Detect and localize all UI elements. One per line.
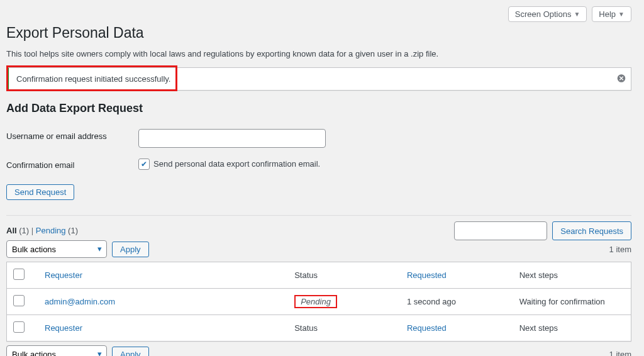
col-requester-foot[interactable]: Requester [38,315,288,342]
form-heading: Add Data Export Request [6,102,631,115]
filter-separator: | [31,226,36,235]
col-requested-foot[interactable]: Requested [401,315,513,342]
select-all-bottom[interactable] [13,321,25,333]
filter-pending-count: (1) [68,226,78,235]
bulk-action-select-bottom[interactable]: Bulk actions [6,345,107,356]
page-description: This tool helps site owners comply with … [6,49,631,58]
col-requested[interactable]: Requested [401,262,513,289]
confirmation-checkbox-wrap[interactable]: ✔ Send personal data export confirmation… [138,159,320,170]
select-all-footer [7,315,39,342]
col-status: Status [288,262,401,289]
col-status-foot: Status [288,315,401,342]
search-box: Search Requests [454,221,631,240]
confirmation-label: Confirmation email [6,154,138,176]
filter-all-label[interactable]: All [6,226,17,235]
item-count-bottom: 1 item [609,350,631,357]
help-label: Help [599,9,616,19]
row-status-cell: Pending [288,289,401,315]
export-form: Username or email address Confirmation e… [6,125,326,176]
filter-all-count: (1) [19,226,29,235]
bulk-select-wrap-bottom: Bulk actions [6,345,107,356]
tablenav-bottom: Bulk actions Apply 1 item [6,345,631,356]
tablenav-top: Bulk actions Apply 1 item [6,240,631,258]
requests-table: Requester Status Requested Next steps ad… [6,262,631,342]
col-requester[interactable]: Requester [38,262,288,289]
select-all-header [7,262,39,289]
col-next-steps-foot: Next steps [513,315,631,342]
search-input[interactable] [454,221,547,240]
username-label: Username or email address [6,125,138,154]
notice-text: Confirmation request initiated successfu… [16,74,170,84]
status-badge: Pending [294,295,337,308]
bulk-apply-top[interactable]: Apply [112,242,149,257]
confirmation-checkbox[interactable]: ✔ [138,159,150,170]
row-check-cell [7,289,39,315]
send-request-button[interactable]: Send Request [6,184,74,200]
close-icon[interactable] [617,74,626,84]
chevron-down-icon: ▼ [618,11,625,18]
divider [6,215,631,216]
item-count-top: 1 item [609,245,631,254]
bulk-select-wrap: Bulk actions [6,240,107,258]
row-nextsteps-cell: Waiting for confirmation [513,289,631,315]
username-input[interactable] [138,129,326,148]
bulk-actions-bottom: Bulk actions Apply [6,345,149,356]
screen-options-button[interactable]: Screen Options ▼ [508,6,587,22]
row-requested-cell: 1 second ago [401,289,513,315]
select-all-top[interactable] [13,269,25,280]
bulk-apply-bottom[interactable]: Apply [112,347,149,357]
page-title: Export Personal Data [6,25,631,42]
dismiss-svg [617,74,626,82]
requester-link[interactable]: admin@admin.com [45,297,115,306]
row-requester-cell: admin@admin.com [38,289,288,315]
chevron-down-icon: ▼ [574,11,580,18]
filter-pending-label: Pending [36,226,66,235]
table-header-row: Requester Status Requested Next steps [7,262,631,289]
row-checkbox[interactable] [13,295,25,306]
bulk-action-select-top[interactable]: Bulk actions [6,240,107,258]
confirmation-checkbox-label: Send personal data export confirmation e… [153,159,320,169]
help-button[interactable]: Help ▼ [592,6,631,22]
bulk-actions-top: Bulk actions Apply [6,240,149,258]
table-row: admin@admin.com Pending 1 second ago Wai… [7,289,631,315]
success-notice: Confirmation request initiated successfu… [6,67,631,91]
screen-options-label: Screen Options [515,9,572,19]
col-next-steps: Next steps [513,262,631,289]
screen-meta-links: Screen Options ▼ Help ▼ [6,6,631,22]
filter-pending[interactable]: Pending [36,226,66,235]
search-button[interactable]: Search Requests [552,221,631,240]
table-footer-row: Requester Status Requested Next steps [7,315,631,342]
